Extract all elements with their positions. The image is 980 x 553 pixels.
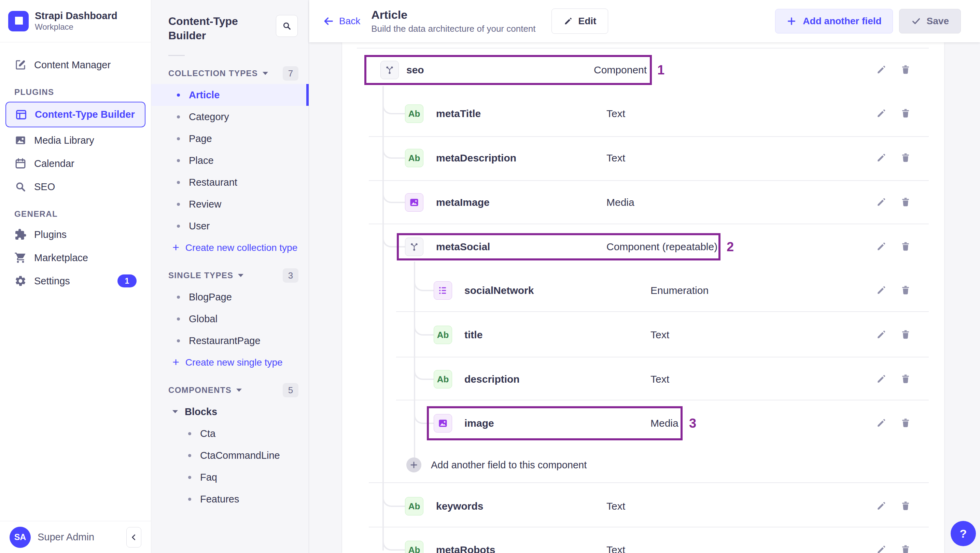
- type-item-place[interactable]: Place: [151, 149, 309, 172]
- media-field-icon: [434, 414, 452, 432]
- delete-field-button[interactable]: [900, 241, 912, 253]
- delete-field-button[interactable]: [900, 64, 912, 76]
- components-label: COMPONENTS: [168, 385, 232, 395]
- sidebar-item-calendar[interactable]: Calendar: [5, 153, 145, 175]
- create-new-single-type[interactable]: +Create new single type: [151, 351, 309, 373]
- save-button[interactable]: Save: [899, 9, 961, 33]
- single-types-header[interactable]: SINGLE TYPES 3: [168, 268, 298, 283]
- edit-field-button[interactable]: [876, 329, 888, 341]
- tree-elbow: [414, 316, 434, 335]
- type-item-label: Page: [189, 133, 212, 145]
- edit-field-button[interactable]: [876, 544, 888, 553]
- type-item-review[interactable]: Review: [151, 193, 309, 215]
- media-library-icon: [14, 134, 27, 146]
- title-block: Article Build the data architecture of y…: [371, 8, 535, 34]
- sidebar-item-settings[interactable]: Settings1: [5, 270, 145, 292]
- collapse-sidebar-button[interactable]: [126, 527, 142, 548]
- text-field-icon: Ab: [434, 326, 452, 344]
- delete-field-button[interactable]: [900, 152, 912, 164]
- bullet-icon: [177, 318, 180, 321]
- delete-field-button[interactable]: [900, 373, 912, 385]
- bullet-icon: [188, 454, 191, 457]
- field-name: socialNetwork: [465, 285, 534, 296]
- delete-field-button[interactable]: [900, 285, 912, 296]
- collection-types-header[interactable]: COLLECTION TYPES 7: [168, 66, 298, 81]
- delete-field-button[interactable]: [900, 108, 912, 119]
- type-item-features[interactable]: Features: [151, 488, 309, 510]
- back-link[interactable]: Back: [323, 15, 360, 27]
- type-item-label: Category: [189, 111, 229, 122]
- check-icon: [911, 16, 921, 26]
- bullet-icon: [188, 432, 191, 435]
- help-button[interactable]: ?: [951, 521, 976, 546]
- sidebar-item-label: Marketplace: [34, 252, 88, 264]
- edit-field-button[interactable]: [876, 152, 888, 164]
- type-item-label: RestaurantPage: [189, 335, 261, 346]
- field-type: Text: [606, 544, 625, 553]
- edit-field-button[interactable]: [876, 501, 888, 512]
- row-divider: [357, 48, 929, 48]
- type-item-page[interactable]: Page: [151, 128, 309, 149]
- edit-field-button[interactable]: [876, 108, 888, 119]
- add-another-field-button[interactable]: Add another field: [775, 9, 892, 33]
- sidebar-item-marketplace[interactable]: Marketplace: [5, 247, 145, 269]
- text-field-icon: Ab: [405, 149, 423, 167]
- sidebar-item-content-manager[interactable]: Content Manager: [5, 54, 145, 76]
- type-item-label: Review: [189, 199, 221, 210]
- edit-field-button[interactable]: [876, 418, 888, 429]
- chevron-down-icon: [236, 388, 242, 392]
- type-item-restaurant[interactable]: Restaurant: [151, 172, 309, 193]
- field-type: Enumeration: [651, 285, 708, 296]
- type-item-cta[interactable]: Cta: [151, 423, 309, 445]
- type-item-user[interactable]: User: [151, 215, 309, 237]
- type-item-faq[interactable]: Faq: [151, 466, 309, 488]
- sidebar-nav: Content ManagerPLUGINSContent-Type Build…: [0, 42, 151, 292]
- delete-field-button[interactable]: [900, 544, 912, 553]
- row-divider: [369, 136, 929, 137]
- sidebar-item-seo[interactable]: SEO: [5, 176, 145, 198]
- edit-field-button[interactable]: [876, 197, 888, 208]
- create-new-collection-type[interactable]: +Create new collection type: [151, 237, 309, 259]
- edit-field-button[interactable]: [876, 285, 888, 296]
- content-manager-icon: [14, 59, 27, 71]
- chevron-down-icon: [238, 274, 243, 277]
- bullet-icon: [177, 159, 180, 162]
- marketplace-icon: [14, 251, 27, 264]
- type-item-article[interactable]: Article: [151, 84, 309, 106]
- components-header[interactable]: COMPONENTS 5: [168, 383, 298, 397]
- edit-button[interactable]: Edit: [552, 8, 608, 34]
- type-item-ctacommandline[interactable]: CtaCommandLine: [151, 445, 309, 466]
- edit-label: Edit: [578, 16, 597, 27]
- type-item-restaurantpage[interactable]: RestaurantPage: [151, 330, 309, 351]
- header-actions: Add another field Save: [775, 9, 961, 33]
- edit-field-button[interactable]: [876, 373, 888, 385]
- plus-icon: +: [172, 356, 179, 368]
- type-item-blogpage[interactable]: BlogPage: [151, 286, 309, 308]
- type-item-global[interactable]: Global: [151, 308, 309, 330]
- delete-field-button[interactable]: [900, 418, 912, 429]
- type-item-label: Place: [189, 155, 214, 166]
- type-item-category[interactable]: Category: [151, 106, 309, 128]
- add-field-to-component-button[interactable]: [406, 458, 422, 472]
- field-type: Text: [606, 501, 625, 512]
- sidebar-item-media-library[interactable]: Media Library: [5, 129, 145, 151]
- bullet-icon: [177, 94, 180, 97]
- field-type: Text: [651, 373, 669, 385]
- delete-field-button[interactable]: [900, 501, 912, 512]
- type-item-label: Article: [189, 89, 220, 101]
- row-divider: [369, 482, 929, 483]
- add-field-to-component-label[interactable]: Add another field to this component: [431, 459, 587, 471]
- field-type: Text: [606, 108, 625, 119]
- edit-field-button[interactable]: [876, 64, 888, 76]
- sidebar-item-content-type-builder[interactable]: Content-Type Builder: [5, 102, 145, 127]
- delete-field-button[interactable]: [900, 329, 912, 341]
- edit-field-button[interactable]: [876, 241, 888, 253]
- search-button[interactable]: [276, 15, 298, 37]
- single-types-label: SINGLE TYPES: [168, 271, 233, 280]
- type-item-label: User: [189, 221, 210, 232]
- component-group-blocks[interactable]: Blocks: [151, 401, 309, 423]
- question-icon: ?: [960, 527, 967, 540]
- type-item-label: Global: [189, 313, 218, 325]
- delete-field-button[interactable]: [900, 197, 912, 208]
- sidebar-item-plugins[interactable]: Plugins: [5, 224, 145, 245]
